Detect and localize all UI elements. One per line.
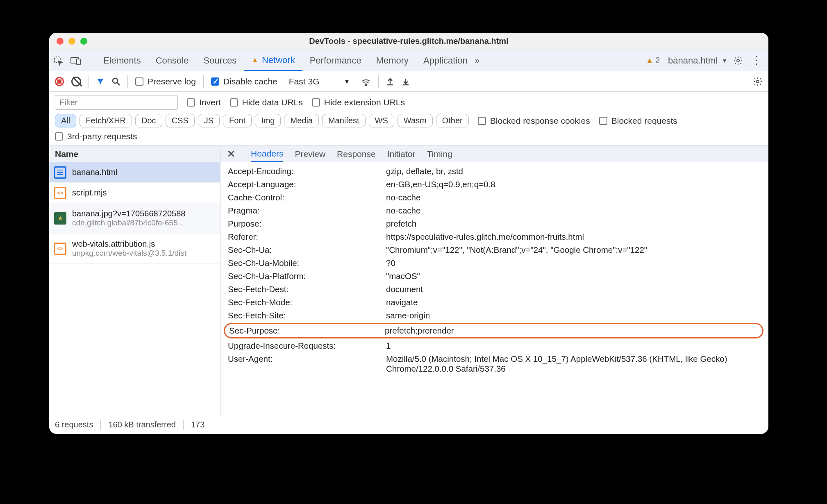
status-resources: 173 <box>191 420 204 429</box>
type-pill-js[interactable]: JS <box>198 114 220 127</box>
svg-point-7 <box>757 80 759 83</box>
checkbox-icon <box>230 98 238 107</box>
header-name: Accept-Encoding: <box>228 166 386 176</box>
close-button[interactable] <box>57 38 64 45</box>
checkbox-icon <box>187 98 195 107</box>
blocked-requests-checkbox[interactable]: Blocked requests <box>599 116 677 126</box>
tab-console[interactable]: Console <box>148 50 196 71</box>
record-button[interactable] <box>55 77 64 86</box>
detail-tab-timing[interactable]: Timing <box>427 147 452 161</box>
header-name: Sec-Fetch-Dest: <box>228 284 386 294</box>
device-toolbar-icon[interactable] <box>70 56 81 65</box>
inspect-element-icon[interactable] <box>53 56 63 66</box>
kebab-menu-icon[interactable]: ⋮ <box>749 54 764 67</box>
name-column-header[interactable]: Name <box>49 146 220 162</box>
hide-extension-urls-label: Hide extension URLs <box>324 98 405 107</box>
svg-point-6 <box>366 84 367 86</box>
type-pill-wasm[interactable]: Wasm <box>398 114 433 127</box>
tab-memory[interactable]: Memory <box>369 50 416 71</box>
more-tabs-icon[interactable]: » <box>475 56 478 65</box>
checkbox-icon <box>599 117 607 125</box>
request-list: banana.htmlscript.mjsbanana.jpg?v=170566… <box>49 162 220 417</box>
type-pill-all[interactable]: All <box>55 114 76 127</box>
filter-input[interactable] <box>55 95 178 110</box>
network-toolbar: Preserve log Disable cache Fast 3G ▼ <box>49 71 768 92</box>
throttling-selector[interactable]: Fast 3G ▼ <box>285 75 354 88</box>
devtools-window: DevTools - speculative-rules.glitch.me/b… <box>49 33 768 434</box>
network-conditions-icon[interactable] <box>361 77 371 86</box>
detail-tab-headers[interactable]: Headers <box>251 146 283 162</box>
svg-point-4 <box>113 78 118 83</box>
type-pill-ws[interactable]: WS <box>369 114 394 127</box>
network-settings-icon[interactable] <box>753 77 763 86</box>
tab-performance[interactable]: Performance <box>302 50 369 71</box>
hide-data-urls-label: Hide data URLs <box>242 98 303 107</box>
close-detail-icon[interactable]: ✕ <box>227 148 235 160</box>
header-value: prefetch <box>386 219 761 229</box>
search-icon[interactable] <box>112 77 120 86</box>
header-name: Sec-Fetch-Site: <box>228 311 386 320</box>
preserve-log-checkbox[interactable]: Preserve log <box>135 77 196 86</box>
settings-icon[interactable] <box>733 56 743 66</box>
blocked-cookies-checkbox[interactable]: Blocked response cookies <box>478 116 590 126</box>
upload-har-icon[interactable] <box>386 77 394 86</box>
detail-tab-initiator[interactable]: Initiator <box>387 147 416 161</box>
hide-extension-urls-checkbox[interactable]: Hide extension URLs <box>312 98 405 107</box>
header-value: 1 <box>386 341 761 351</box>
title-bar: DevTools - speculative-rules.glitch.me/b… <box>49 33 768 50</box>
type-pill-fetchxhr[interactable]: Fetch/XHR <box>80 114 132 127</box>
header-value: prefetch;prerender <box>385 326 758 336</box>
third-party-checkbox[interactable]: 3rd-party requests <box>55 132 137 141</box>
tab-label: Console <box>156 55 189 66</box>
warning-icon[interactable]: ▲ <box>645 56 654 65</box>
header-value: "Chromium";v="122", "Not(A:Brand";v="24"… <box>386 245 761 255</box>
request-row[interactable]: web-vitals.attribution.jsunpkg.com/web-v… <box>49 234 220 264</box>
header-name: Upgrade-Insecure-Requests: <box>228 341 386 351</box>
disable-cache-checkbox[interactable]: Disable cache <box>211 77 277 86</box>
header-row: Sec-Fetch-Site:same-origin <box>220 309 768 322</box>
type-pill-img[interactable]: Img <box>255 114 281 127</box>
header-value: no-cache <box>386 193 761 202</box>
tab-sources[interactable]: Sources <box>196 50 244 71</box>
invert-checkbox[interactable]: Invert <box>187 98 221 107</box>
preserve-log-label: Preserve log <box>148 77 196 86</box>
type-pill-manifest[interactable]: Manifest <box>322 114 366 127</box>
header-name: Sec-Ch-Ua: <box>228 245 386 255</box>
type-pill-font[interactable]: Font <box>223 114 252 127</box>
filter-toggle-icon[interactable] <box>96 77 105 86</box>
type-pill-other[interactable]: Other <box>436 114 469 127</box>
type-pill-css[interactable]: CSS <box>166 114 195 127</box>
detail-tab-response[interactable]: Response <box>337 147 376 161</box>
type-pill-doc[interactable]: Doc <box>135 114 162 127</box>
minimize-button[interactable] <box>68 38 75 45</box>
context-selector[interactable]: banana.html ▼ <box>668 55 727 66</box>
type-pill-media[interactable]: Media <box>284 114 318 127</box>
checkbox-icon <box>312 98 320 107</box>
detail-tab-preview[interactable]: Preview <box>295 147 325 161</box>
tab-application[interactable]: Application <box>416 50 475 71</box>
svg-point-3 <box>737 59 739 62</box>
throttling-value: Fast 3G <box>289 77 320 86</box>
warning-icon: ▲ <box>251 56 259 64</box>
request-row[interactable]: script.mjs <box>49 183 220 203</box>
checkbox-checked-icon <box>211 77 219 86</box>
blocked-cookies-label: Blocked response cookies <box>490 116 590 126</box>
request-row[interactable]: banana.html <box>49 162 220 183</box>
tab-elements[interactable]: Elements <box>96 50 148 71</box>
header-name: Cache-Control: <box>228 193 386 202</box>
request-domain: cdn.glitch.global/87b4c0fe-655… <box>72 218 186 227</box>
header-value: navigate <box>386 297 761 307</box>
maximize-button[interactable] <box>80 38 87 45</box>
status-bar: 6 requests 160 kB transferred 173 <box>49 417 768 432</box>
header-name: Sec-Ch-Ua-Mobile: <box>228 258 386 268</box>
tab-network[interactable]: ▲Network <box>244 50 302 71</box>
request-row[interactable]: banana.jpg?v=1705668720588cdn.glitch.glo… <box>49 203 220 234</box>
checkbox-icon <box>55 132 63 141</box>
detail-tabs: ✕ HeadersPreviewResponseInitiatorTiming <box>220 146 768 162</box>
tab-label: Memory <box>376 55 409 66</box>
header-row: Sec-Fetch-Dest:document <box>220 283 768 296</box>
clear-button[interactable] <box>71 77 81 86</box>
hide-data-urls-checkbox[interactable]: Hide data URLs <box>230 98 303 107</box>
download-har-icon[interactable] <box>402 77 410 86</box>
img-icon <box>54 212 66 225</box>
